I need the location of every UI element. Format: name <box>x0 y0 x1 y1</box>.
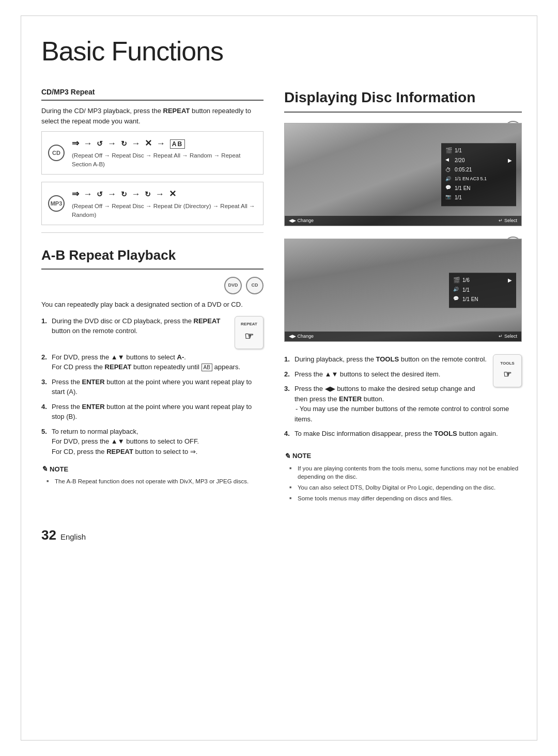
divider-1 <box>41 232 264 233</box>
disc-step-1: 1. During playback, press the TOOLS butt… <box>284 354 522 365</box>
osd-title-icon: 🎬 <box>445 146 453 155</box>
divx-osd-row-2: 🔊 1/1 <box>453 286 512 294</box>
page-title: Basic Functions <box>41 31 522 71</box>
divx-osd: 🎬 1/6 ▶ 🔊 1/1 💬 1/1 EN <box>449 273 516 308</box>
dvd-badge: DVD <box>224 277 242 294</box>
cd-repeat-box: CD ⇒ → ↺ → ↻ → ✕ → AB (Repeat Off → Repe… <box>41 131 264 175</box>
osd-row-angle: 📷 1/1 <box>445 194 512 201</box>
page-number: 32 <box>41 525 56 545</box>
mp3-repeat-box: MP3 ⇒ → ↺ → ↻ → ↻ → ✕ (Repeat Off → Repe… <box>41 182 264 225</box>
disc-info-instructions: TOOLS ☞ 1. During playback, press the TO… <box>284 354 522 444</box>
disc-note-title: ✎ NOTE <box>284 451 522 462</box>
ab-repeat-body: You can repeatedly play back a designate… <box>41 300 264 310</box>
left-column: CD/MP3 Repeat During the CD/ MP3 playbac… <box>41 87 264 505</box>
cd-mp3-intro: During the CD/ MP3 playback, press the R… <box>41 106 264 126</box>
divx-osd-change: ◀▶ Change <box>289 333 314 340</box>
divx-osd-bottom: ◀▶ Change ↵ Select <box>285 332 521 342</box>
osd-row-audio: 🔊 1/1 EN AC3 5.1 <box>445 176 512 183</box>
cd-mp3-repeat-heading: CD/MP3 Repeat <box>41 87 264 101</box>
border-bottom <box>21 740 537 741</box>
mp3-repeat-symbols: ⇒ → ↺ → ↻ → ↻ → ✕ <box>72 187 257 201</box>
dvd-osd-bottom: ◀▶ Change ↵ Select <box>285 216 521 226</box>
cd-icon: CD <box>48 145 65 161</box>
disc-note-item-1: If you are playing contents from the too… <box>289 464 522 481</box>
ab-note-title: ✎ NOTE <box>41 464 264 475</box>
mp3-icon: MP3 <box>48 195 65 212</box>
dvd-osd: 🎬 1/1 ◀ 2/20 ▶ ⏱ 0:05:21 <box>441 143 516 206</box>
dvd-screen: 🎬 1/1 ◀ 2/20 ▶ ⏱ 0:05:21 <box>284 123 522 226</box>
divx-screen: 🎬 1/6 ▶ 🔊 1/1 💬 1/1 EN <box>284 239 522 342</box>
osd-row-chapter: ◀ 2/20 ▶ <box>445 156 512 164</box>
right-column: Displaying Disc Information DVD 🎬 1/1 ◀ … <box>284 87 522 505</box>
disc-step-4: 4. To make Disc information disappear, p… <box>284 429 522 439</box>
disc-note-list: If you are playing contents from the too… <box>284 464 522 503</box>
repeat-remote: REPEAT ☞ <box>235 316 264 349</box>
ab-note-item-1: The A-B Repeat function does not operate… <box>47 477 264 486</box>
osd-row-time: ⏱ 0:05:21 <box>445 166 512 175</box>
repeat-label: REPEAT <box>241 321 257 327</box>
divx-osd-icon-1: 🎬 <box>453 276 460 285</box>
osd-row-title: 🎬 1/1 <box>445 146 512 155</box>
osd-time-icon: ⏱ <box>445 166 453 175</box>
osd-audio-icon: 🔊 <box>445 176 453 183</box>
ab-note-section: ✎ NOTE The A-B Repeat function does not … <box>41 464 264 486</box>
displaying-disc-heading: Displaying Disc Information <box>284 87 522 113</box>
osd-row-sub: 💬 1/1 EN <box>445 184 512 192</box>
ab-step-3: 3. Press the ENTER button at the point w… <box>41 377 264 397</box>
hand-icon: ☞ <box>244 328 254 344</box>
disc-info-steps: 1. During playback, press the TOOLS butt… <box>284 354 522 439</box>
divx-osd-icon-3: 💬 <box>453 296 460 303</box>
disc-note-item-3: Some tools menus may differ depending on… <box>289 494 522 503</box>
cd-repeat-symbols: ⇒ → ↺ → ↻ → ✕ → AB <box>72 137 257 150</box>
dvd-screen-wrapper: DVD 🎬 1/1 ◀ 2/20 ▶ <box>284 123 522 226</box>
osd-sub-icon: 💬 <box>445 185 453 192</box>
disc-note-item-2: You can also select DTS, Dolby Digital o… <box>289 483 522 492</box>
divx-osd-icon-2: 🔊 <box>453 287 460 294</box>
ab-note-list: The A-B Repeat function does not operate… <box>41 477 264 486</box>
cd-badge: CD <box>246 277 264 294</box>
border-right <box>537 15 537 741</box>
cd-repeat-desc: (Repeat Off → Repeat Disc → Repeat All →… <box>72 151 257 169</box>
mp3-repeat-desc: (Repeat Off → Repeat Disc → Repeat Dir (… <box>72 202 257 220</box>
ab-repeat-heading: A-B Repeat Playback <box>41 245 264 270</box>
ab-repeat-steps: 1. REPEAT ☞ During the DVD disc or CD pl… <box>41 316 264 457</box>
divx-osd-row-3: 💬 1/1 EN <box>453 295 512 303</box>
osd-chapter-right-arrow[interactable]: ▶ <box>508 156 512 164</box>
page: Basic Functions CD/MP3 Repeat During the… <box>0 0 558 756</box>
divx-osd-right-arrow[interactable]: ▶ <box>508 276 512 284</box>
disc-step-2: 2. Press the ▲▼ buttons to select the de… <box>284 369 522 380</box>
footer: 32 English <box>41 525 522 545</box>
ab-step-1: 1. REPEAT ☞ During the DVD disc or CD pl… <box>41 316 264 336</box>
border-top <box>21 15 537 16</box>
page-language: English <box>60 531 86 543</box>
disc-note-section: ✎ NOTE If you are playing contents from … <box>284 451 522 503</box>
ab-step-4: 4. Press the ENTER button at the point w… <box>41 402 264 422</box>
disc-step-3: 3. Press the ◀▶ buttons to make the desi… <box>284 384 522 424</box>
ab-step-2: 2. For DVD, press the ▲▼ buttons to sele… <box>41 352 264 372</box>
ab-step-5: 5. To return to normal playback, For DVD… <box>41 427 264 457</box>
repeat-button[interactable]: REPEAT ☞ <box>235 316 264 349</box>
dvd-osd-change: ◀▶ Change <box>289 217 314 225</box>
osd-chapter-icon: ◀ <box>445 157 453 164</box>
divx-osd-select: ↵ Select <box>499 333 517 340</box>
dvd-cd-icons: DVD CD <box>41 277 264 294</box>
divx-screen-wrapper: DivX 🎬 1/6 ▶ 🔊 1/1 <box>284 239 522 342</box>
osd-angle-icon: 📷 <box>445 194 453 201</box>
border-left <box>21 15 21 741</box>
divx-osd-row-1: 🎬 1/6 ▶ <box>453 276 512 285</box>
dvd-osd-select: ↵ Select <box>499 217 517 225</box>
